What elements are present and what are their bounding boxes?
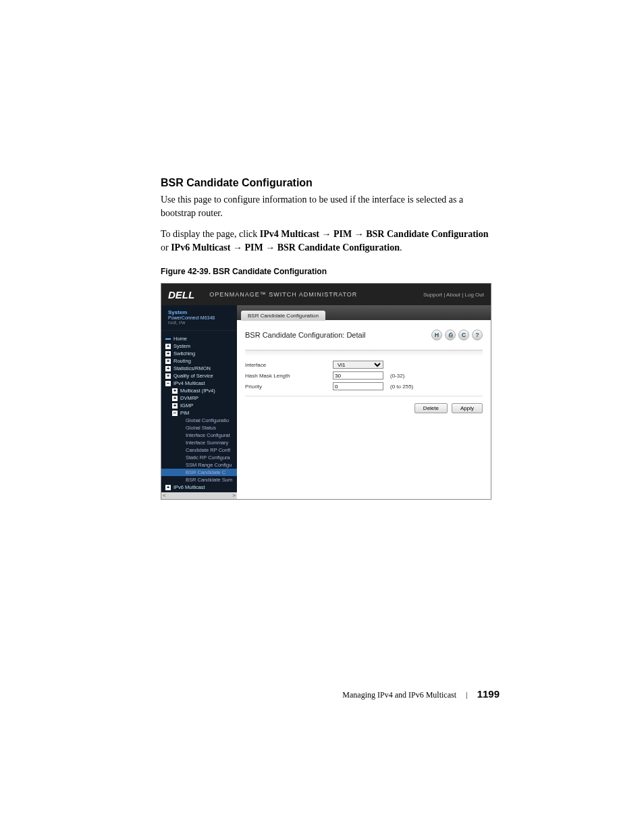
arrow-icon: →	[230, 242, 244, 253]
tree-static-rp[interactable]: Static RP Configura	[161, 454, 237, 461]
apply-button[interactable]: Apply	[452, 403, 483, 413]
hash-mask-hint: (0-32)	[390, 373, 404, 379]
tree-pim[interactable]: −PIM	[161, 409, 237, 417]
path-seg: BSR Candidate Configuration	[366, 229, 488, 239]
tree-switching[interactable]: +Switching	[161, 350, 237, 357]
scroll-left-icon[interactable]: <	[163, 492, 166, 499]
tree-igmp[interactable]: +IGMP	[161, 402, 237, 409]
priority-hint: (0 to 255)	[390, 384, 413, 390]
row-interface: Interface Vl1	[245, 359, 483, 370]
content-title: BSR Candidate Configuration: Detail	[245, 331, 366, 339]
app-header: DELL OPENMANAGE™ SWITCH ADMINISTRATOR Su…	[161, 284, 491, 305]
expand-icon[interactable]: +	[172, 403, 178, 409]
main-panel: BSR Candidate Configuration BSR Candidat…	[237, 305, 491, 499]
hash-mask-input[interactable]	[333, 371, 383, 380]
section-divider	[245, 350, 483, 357]
tree-ipv6-multicast[interactable]: +IPv6 Multicast	[161, 484, 237, 491]
tree-bsr-candidate-config[interactable]: BSR Candidate C	[161, 469, 237, 476]
system-user: root, r/w	[168, 320, 233, 325]
path-seg: BSR Candidate Configuration	[277, 242, 400, 253]
tree-routing[interactable]: +Routing	[161, 357, 237, 365]
system-info-block: System PowerConnect M6348 root, r/w	[161, 305, 237, 331]
content-toolbar: H ⎙ C ?	[431, 330, 483, 340]
tab-bsr-candidate[interactable]: BSR Candidate Configuration	[241, 311, 325, 321]
tree-ipv4-multicast[interactable]: −IPv4 Multicast	[161, 380, 237, 387]
expand-icon[interactable]: +	[165, 344, 171, 349]
header-links[interactable]: Support | About | Log Out	[423, 292, 484, 298]
collapse-icon[interactable]: −	[165, 381, 171, 386]
expand-icon[interactable]: +	[165, 366, 171, 371]
row-hash-mask: Hash Mask Length (0-32)	[245, 370, 483, 381]
nav-path-paragraph: To display the page, click IPv4 Multicas…	[161, 228, 495, 255]
arrow-icon: →	[352, 229, 366, 239]
tree-label: IGMP	[180, 402, 193, 409]
form-area: Interface Vl1 Hash Mask Length (0-32) Pr…	[245, 359, 483, 396]
intro-paragraph: Use this page to configure information t…	[161, 193, 495, 221]
interface-select[interactable]: Vl1	[333, 361, 383, 369]
footer-divider: |	[466, 692, 468, 699]
tree-label: DVMRP	[180, 395, 198, 401]
tree-label: Home	[173, 336, 187, 342]
button-bar: Delete Apply	[245, 403, 483, 413]
tree-global-status[interactable]: Global Status	[161, 424, 237, 432]
tree-interface-config[interactable]: Interface Configurat	[161, 432, 237, 439]
hash-mask-label: Hash Mask Length	[245, 373, 333, 379]
print-icon[interactable]: ⎙	[445, 330, 456, 340]
tree-stats[interactable]: +Statistics/RMON	[161, 365, 237, 372]
tree-dvmrp[interactable]: +DVMRP	[161, 394, 237, 402]
path-seg: PIM	[333, 229, 352, 239]
section-heading: BSR Candidate Configuration	[161, 177, 495, 189]
page-footer: Managing IPv4 and IPv6 Multicast | 1199	[0, 688, 500, 700]
arrow-icon: →	[319, 229, 333, 239]
embedded-screenshot: DELL OPENMANAGE™ SWITCH ADMINISTRATOR Su…	[161, 283, 491, 500]
tree-label: Multicast (IPv4)	[180, 388, 215, 394]
tree-bsr-candidate-summary[interactable]: BSR Candidate Sum	[161, 476, 237, 484]
priority-input[interactable]	[333, 382, 383, 390]
delete-button[interactable]: Delete	[414, 403, 448, 413]
sidebar-scrollbar[interactable]: < >	[161, 492, 237, 499]
tree-label: IPv4 Multicast	[173, 380, 205, 386]
footer-chapter: Managing IPv4 and IPv6 Multicast	[342, 690, 456, 700]
priority-label: Priority	[245, 384, 333, 390]
system-model: PowerConnect M6348	[168, 315, 233, 320]
sidebar: System PowerConnect M6348 root, r/w Home…	[161, 305, 237, 499]
system-title: System	[168, 309, 233, 315]
tree-label: IPv6 Multicast	[173, 484, 205, 490]
expand-icon[interactable]: +	[172, 396, 178, 401]
tree-ssm-range[interactable]: SSM Range Configu	[161, 461, 237, 469]
txt: To display the page, click	[161, 229, 260, 239]
tree-system[interactable]: +System	[161, 342, 237, 350]
txt: .	[400, 242, 402, 253]
tree-label: Quality of Service	[173, 373, 213, 379]
collapse-icon[interactable]: −	[172, 411, 178, 416]
page-number: 1199	[477, 688, 500, 700]
interface-label: Interface	[245, 362, 333, 368]
tree-global-config[interactable]: Global Configuratio	[161, 417, 237, 424]
path-seg: IPv6 Multicast	[171, 242, 230, 253]
tree-qos[interactable]: +Quality of Service	[161, 372, 237, 380]
tree-multicast[interactable]: +Multicast (IPv4)	[161, 387, 237, 394]
figure-caption: Figure 42-39. BSR Candidate Configuratio…	[161, 267, 495, 276]
nav-tree: Home +System +Switching +Routing +Statis…	[161, 331, 237, 492]
tab-bar: BSR Candidate Configuration	[237, 305, 491, 320]
path-seg: PIM	[244, 242, 263, 253]
tree-label: System	[173, 343, 190, 349]
path-seg: IPv4 Multicast	[260, 229, 319, 239]
arrow-icon: →	[263, 242, 277, 253]
save-icon[interactable]: H	[431, 330, 442, 340]
expand-icon[interactable]: +	[165, 373, 171, 379]
txt: or	[161, 242, 171, 253]
tree-home[interactable]: Home	[161, 335, 237, 342]
tree-label: Routing	[173, 358, 191, 364]
dell-logo: DELL	[168, 289, 194, 301]
scroll-right-icon[interactable]: >	[232, 492, 236, 499]
row-priority: Priority (0 to 255)	[245, 381, 483, 392]
refresh-icon[interactable]: C	[458, 330, 469, 340]
expand-icon[interactable]: +	[172, 388, 178, 394]
expand-icon[interactable]: +	[165, 485, 171, 490]
expand-icon[interactable]: +	[165, 359, 171, 364]
help-icon[interactable]: ?	[472, 330, 483, 340]
expand-icon[interactable]: +	[165, 351, 171, 357]
tree-candidate-rp[interactable]: Candidate RP Confi	[161, 446, 237, 454]
tree-interface-summary[interactable]: Interface Summary	[161, 439, 237, 446]
